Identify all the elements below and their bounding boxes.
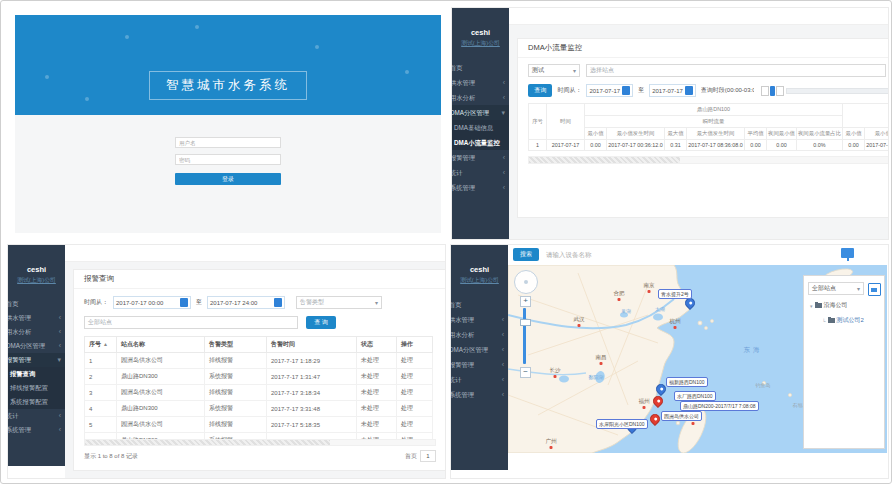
date-from-input[interactable]: 2017-07-17: [586, 84, 633, 97]
slider-end-handle[interactable]: [776, 86, 784, 96]
sidebar-item-usage-analysis[interactable]: 用水分析‹: [8, 325, 65, 339]
horizontal-scrollbar[interactable]: [528, 156, 889, 164]
login-button[interactable]: 登录: [175, 173, 281, 185]
to-label: 至: [196, 298, 202, 307]
sidebar-item-water-mgmt[interactable]: 供水管理‹: [8, 311, 65, 325]
locate-tool-icon[interactable]: [868, 283, 881, 296]
period-label: 查询时段(00:00-03:00): [701, 86, 754, 95]
alarm-card: 报警查询 时间从： 2017-07-17 00:00 至 2017-07-17 …: [73, 269, 446, 471]
city-dot: [554, 375, 557, 378]
sidebar-item-alarm-mgmt[interactable]: 报警管理▾: [8, 353, 65, 367]
pagination-first-label[interactable]: 首页: [405, 452, 417, 461]
col-header-station[interactable]: 站点名称: [117, 337, 205, 353]
col-header-action[interactable]: 操作: [397, 337, 433, 353]
chevron-left-icon: ‹: [59, 409, 61, 423]
handle-link[interactable]: 处理: [397, 385, 433, 401]
sidebar-item-alarm-mgmt[interactable]: 报警管理‹: [451, 357, 508, 372]
sidebar-item-stats[interactable]: 统计‹: [8, 409, 65, 423]
scrollbar-thumb[interactable]: [85, 440, 330, 445]
date-from-input[interactable]: 2017-07-17 00:00: [113, 296, 191, 309]
calendar-icon[interactable]: [180, 298, 188, 307]
sidebar-item-dma-mgmt[interactable]: DMA分区管理▾: [452, 105, 509, 120]
pagination-page-button[interactable]: 1: [420, 450, 436, 462]
sidebar-item-stats[interactable]: 统计‹: [451, 372, 508, 387]
sidebar-item-usage-analysis[interactable]: 用水分析‹: [452, 90, 509, 105]
pagination: 首页 1: [405, 450, 436, 462]
sidebar-item-system-alarm-config[interactable]: 系统报警配置: [8, 395, 65, 409]
sidebar-company-link[interactable]: 测试(上海)公司: [8, 276, 65, 285]
sidebar-company-link[interactable]: 测试(上海)公司: [451, 276, 508, 285]
sidebar-company-link[interactable]: 测试(上海)公司: [452, 39, 509, 48]
sidebar-item-home[interactable]: 首页: [451, 297, 508, 312]
sidebar-item-home[interactable]: 首页: [8, 297, 65, 311]
slider-end-handle[interactable]: [761, 86, 769, 96]
query-button[interactable]: 查询: [528, 84, 552, 97]
cell-station: 园洲岛供水公司: [117, 417, 205, 433]
col-header-time[interactable]: 告警时间: [267, 337, 357, 353]
date-to-input[interactable]: 2017-07-17: [649, 84, 696, 97]
sidebar-item-alarm-query[interactable]: 报警查询: [8, 367, 65, 381]
chevron-down-icon: ▾: [57, 353, 61, 367]
handle-link[interactable]: 处理: [397, 369, 433, 385]
sidebar-item-alarm-mgmt[interactable]: 报警管理‹: [452, 150, 509, 165]
calendar-icon[interactable]: [685, 86, 693, 95]
sidebar-item-dma-mgmt[interactable]: DMA分区管理‹: [8, 339, 65, 353]
sidebar-item-water-mgmt[interactable]: 供水管理‹: [452, 75, 509, 90]
sidebar-item-water-mgmt[interactable]: 供水管理‹: [451, 312, 508, 327]
station-input[interactable]: 全部站点: [84, 316, 298, 329]
page-title: DMA小流量监控: [518, 39, 889, 58]
username-input[interactable]: [175, 137, 281, 148]
sidebar-username: ceshi: [451, 265, 508, 274]
sidebar-item-system-mgmt[interactable]: 系统管理‹: [8, 423, 65, 437]
col-header-type[interactable]: 告警类型: [205, 337, 267, 353]
tree-expand-icon[interactable]: ▾: [810, 303, 813, 309]
station-tree-panel: 全部站点 ▾ ▾ 沿海公司 └ 测试公司2: [803, 275, 885, 449]
chevron-left-icon: ‹: [502, 357, 504, 372]
slider-handle[interactable]: [770, 86, 775, 96]
sidebar-item-stats[interactable]: 统计‹: [452, 165, 509, 180]
zoom-in-button[interactable]: +: [520, 296, 531, 307]
table-row: 1 园洲岛供水公司 掉线报警 2017-7-17 1:18:29 未处理 处理: [85, 353, 433, 369]
sidebar-item-home[interactable]: 首页: [452, 60, 509, 75]
to-label: 至: [638, 86, 644, 95]
slider-track[interactable]: [786, 88, 889, 94]
cell: 0.00: [585, 140, 607, 151]
sidebar-item-usage-analysis[interactable]: 用水分析‹: [451, 327, 508, 342]
alarm-type-select[interactable]: 告警类型 ▾: [296, 296, 382, 309]
zoom-slider-handle[interactable]: [520, 319, 531, 326]
tree-node-child[interactable]: └ 测试公司2: [822, 316, 884, 325]
handle-link[interactable]: 处理: [397, 401, 433, 417]
sidebar-item-offline-alarm-config[interactable]: 掉线报警配置: [8, 381, 65, 395]
marker-tool-icon[interactable]: [841, 248, 854, 258]
sidebar-item-dma-mgmt[interactable]: DMA分区管理‹: [451, 342, 508, 357]
type-select[interactable]: 测试 ▾: [528, 64, 580, 77]
station-input[interactable]: 选择站点: [586, 64, 886, 77]
sidebar-item-dma-info[interactable]: DMA基础信息: [452, 120, 509, 135]
col-header-index[interactable]: 序号▲: [85, 337, 117, 353]
dma-card: DMA小流量监控 测试 ▾ 选择站点 查询 时间从：: [517, 38, 889, 218]
horizontal-scrollbar[interactable]: [84, 439, 436, 446]
col-header-status[interactable]: 状态: [357, 337, 397, 353]
city-marker: 南京: [644, 282, 655, 293]
handle-link[interactable]: 处理: [397, 417, 433, 433]
tree-node-root[interactable]: ▾ 沿海公司: [810, 301, 884, 310]
zoom-slider-track[interactable]: [523, 308, 526, 364]
calendar-icon[interactable]: [622, 86, 630, 95]
period-slider[interactable]: [761, 86, 889, 96]
date-to-input[interactable]: 2017-07-17 24:00: [207, 296, 285, 309]
sidebar-item-system-mgmt[interactable]: 系统管理‹: [452, 180, 509, 195]
cell: 0.00: [843, 140, 865, 151]
zoom-out-button[interactable]: −: [520, 367, 531, 378]
station-filter-select[interactable]: 全部站点 ▾: [808, 282, 864, 295]
handle-link[interactable]: 处理: [397, 353, 433, 369]
sidebar-item-system-mgmt[interactable]: 系统管理‹: [451, 387, 508, 402]
map-pan-control[interactable]: [514, 270, 538, 294]
password-input[interactable]: [175, 154, 281, 165]
sort-asc-icon[interactable]: ▲: [103, 341, 108, 347]
sidebar-item-dma-flow-monitor[interactable]: DMA小流量监控: [452, 135, 509, 150]
query-button[interactable]: 查 询: [306, 316, 336, 329]
search-button[interactable]: 搜索: [513, 248, 539, 261]
calendar-icon[interactable]: [274, 298, 282, 307]
scrollbar-thumb[interactable]: [529, 157, 680, 163]
search-placeholder[interactable]: 请输入设备名称: [546, 251, 592, 260]
